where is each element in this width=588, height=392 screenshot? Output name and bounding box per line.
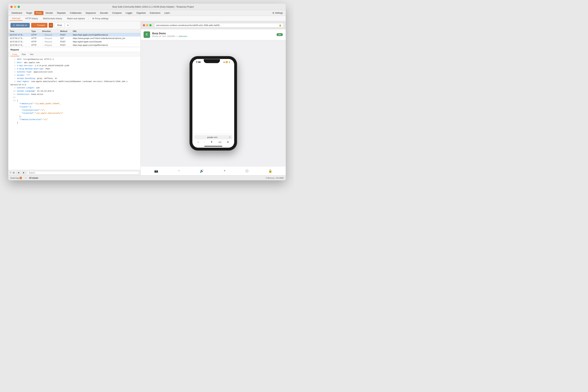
table-row[interactable]: 10:37:59 17 D... HTTP → Request GET http… (8, 36, 141, 40)
cell-direction: → Request (42, 34, 60, 36)
request-line-5: 5Content-Type: application/json (10, 70, 138, 74)
request-bottom-bar: ? ⚙ ◀ ▶ (8, 170, 141, 175)
device-details: Burp Demo iPhone 14 18.0 22A3354 ✓ Jailb… (152, 32, 274, 38)
request-line-20: } (10, 121, 138, 124)
menu-logger[interactable]: Logger (124, 11, 134, 15)
cell-method: POST (60, 44, 73, 46)
request-line-8: 8User-Agent: com.apple.mobilesafari WebP… (10, 80, 138, 86)
request-line-17: "clientId":"com.apple.mobilesafari" (10, 112, 138, 115)
device-build: 22A3354 (167, 35, 175, 37)
tab-pretty[interactable]: Pretty (10, 53, 19, 56)
safari-close-icon[interactable]: ✕ (229, 136, 231, 138)
intercept-on-button[interactable]: ⊙ Intercept on (10, 23, 30, 28)
safari-tabs-icon[interactable]: ⧉ (227, 140, 229, 144)
maximize-button[interactable] (18, 6, 20, 8)
intercept-icon: ⊙ (13, 24, 15, 26)
request-line-10: 10Accept-Language: en-US,en;q=0.9 (10, 90, 138, 93)
on-status-badge[interactable]: On (277, 33, 283, 36)
forward-nav-button[interactable]: ▶ (22, 171, 26, 174)
browser-minimize-button[interactable] (146, 24, 148, 26)
event-count-badge: 2 (19, 177, 22, 179)
menu-repeater[interactable]: Repeater (55, 11, 67, 15)
gear-icon: ⚙ (272, 12, 274, 14)
device-name: Burp Demo (152, 32, 274, 35)
tab-hex[interactable]: Hex (28, 53, 35, 56)
safari-bar: google.com ✕ ‹ › ⬆ 📖 ⧉ (192, 134, 234, 145)
request-line-6: 6Accept: */* (10, 74, 138, 77)
phone-status-icons: ▪▪▪ 📶 🔋 (223, 61, 231, 63)
tab-match-replace[interactable]: Match and replace (65, 16, 87, 20)
menu-decoder[interactable]: Decoder (98, 11, 110, 15)
col-header-time: Time (10, 30, 31, 32)
tab-websockets-history[interactable]: WebSockets history (41, 16, 64, 20)
request-line-2: 2Host: wps.apple.com (10, 61, 138, 64)
back-button[interactable]: ◀ (16, 171, 20, 174)
drop-dropdown-button[interactable]: ▾ (66, 23, 70, 28)
volume-icon[interactable]: 🔊 (200, 169, 204, 173)
safari-share-icon[interactable]: ⬆ (211, 140, 213, 144)
forward-arrow-icon: → (34, 24, 36, 26)
window-title: Burp Suite Community Edition v2024.11.1-… (23, 6, 284, 8)
close-button[interactable] (10, 6, 12, 8)
col-header-url: URL (73, 30, 139, 32)
menu-organizer[interactable]: Organizer (135, 11, 148, 15)
browser-close-button[interactable] (143, 24, 145, 26)
menu-intruder[interactable]: Intruder (44, 11, 55, 15)
device-avatar: C (144, 31, 150, 38)
safari-bookmarks-icon[interactable]: 📖 (218, 140, 221, 144)
table-row[interactable]: 10:37:59 17 D... HTTP → Request POST htt… (8, 40, 141, 44)
safari-url-bar[interactable]: google.com ✕ (194, 135, 232, 140)
minimize-button[interactable] (14, 6, 16, 8)
traffic-lights (10, 6, 20, 8)
menu-extensions[interactable]: Extensions (148, 11, 162, 15)
address-text: jedi.enterprise.corellium.com/devices/3c… (156, 24, 221, 26)
device-info-bar: C Burp Demo iPhone 14 18.0 22A3354 ✓ Jai… (141, 29, 286, 40)
tab-http-history[interactable]: HTTP history (23, 16, 40, 20)
table-row[interactable]: 10:37:57 17 D... HTTP → Request POST htt… (8, 33, 141, 36)
table-row[interactable]: 10:37:59 17 D... HTTP → Request POST htt… (8, 44, 141, 47)
memory-label: Memory: 163.8MB (267, 177, 284, 179)
drop-button[interactable]: Drop (54, 23, 64, 28)
cell-method: POST (60, 34, 73, 36)
wifi-icon: 📶 (226, 61, 228, 63)
options-icon[interactable]: ⚙ (12, 171, 15, 174)
proxy-settings-tab[interactable]: ⚙ Proxy settings (90, 16, 111, 20)
safari-forward-icon[interactable]: › (204, 140, 205, 144)
request-line-14: "remoteList":"ALLOWED_QUERY_PARAM", (10, 102, 138, 106)
cell-type: HTTP (31, 37, 42, 39)
signal-icon: ▪▪▪ (223, 61, 225, 63)
browser-maximize-button[interactable] (149, 24, 152, 26)
forward-button[interactable]: → Forward (31, 23, 47, 28)
settings-button[interactable]: ⚙ Settings (271, 11, 284, 15)
cell-direction: → Request (42, 37, 60, 39)
search-input[interactable] (27, 171, 139, 174)
tab-intercept[interactable]: Intercept (10, 16, 22, 21)
request-line-16: "clientVersion":"1", (10, 109, 138, 112)
request-line-4: 4X-Http-Method-Override: POST (10, 68, 138, 71)
apps-icon[interactable]: ⬡ (246, 169, 249, 173)
menu-target[interactable]: Target (24, 11, 34, 15)
phone-screen[interactable]: 7:38 ▪▪▪ 📶 🔋 (192, 59, 234, 148)
menu-collaborator[interactable]: Collaborator (68, 11, 83, 15)
address-bar[interactable]: jedi.enterprise.corellium.com/devices/3c… (154, 23, 284, 28)
menu-sequencer[interactable]: Sequencer (84, 11, 98, 15)
lock-device-icon[interactable]: 🔒 (268, 169, 272, 173)
request-line-19: "remoteListVersion":"v1" (10, 118, 138, 121)
table-header: Time Type Direction Method URL (8, 30, 141, 33)
menu-learn[interactable]: Learn (163, 11, 172, 15)
safari-url: google.com (196, 136, 229, 138)
menu-comparer[interactable]: Comparer (110, 11, 123, 15)
cell-url: https://www.google.com/?client=safari&ch… (73, 37, 139, 39)
tab-raw[interactable]: Raw (20, 53, 27, 56)
cell-url: https://wps.apple.com/v1/getRemoteList (73, 44, 139, 46)
menu-dashboard[interactable]: Dashboard (10, 11, 24, 15)
screenshot-icon[interactable]: 📷 (154, 169, 158, 173)
help-icon[interactable]: ? (10, 171, 11, 174)
forward-dropdown-button[interactable]: ▾ (49, 23, 53, 28)
zoom-in-icon[interactable]: + (224, 169, 226, 173)
request-line-12: 12 (10, 96, 138, 99)
settings-label: Settings (275, 12, 283, 14)
zoom-out-icon[interactable]: − (178, 169, 180, 173)
menu-proxy[interactable]: Proxy (34, 11, 43, 15)
safari-back-icon[interactable]: ‹ (198, 140, 199, 144)
